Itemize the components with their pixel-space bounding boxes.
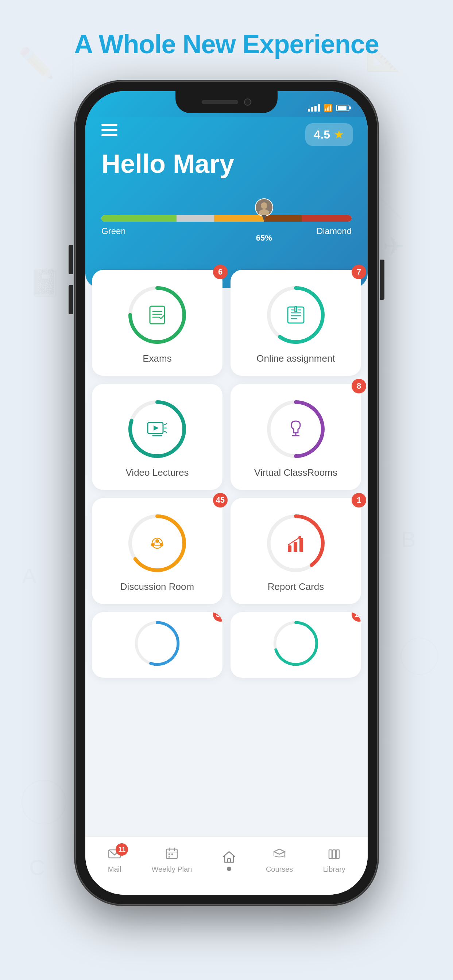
progress-bar: 65% — [101, 215, 352, 222]
nav-badge-mail: 11 — [116, 843, 128, 856]
hamburger-menu[interactable] — [101, 124, 118, 136]
wifi-icon: 📶 — [324, 103, 333, 112]
cards-grid: 6 Exams 7 — [92, 270, 361, 736]
card-circle-virtual-classrooms — [266, 400, 325, 458]
avatar — [255, 198, 273, 216]
home-dot — [227, 867, 231, 871]
star-icon: ★ — [334, 127, 344, 142]
card-label-online-assignment: Online assignment — [257, 353, 335, 364]
signal-icon — [308, 104, 320, 111]
svg-rect-67 — [171, 853, 173, 855]
nav-label-library: Library — [323, 865, 345, 873]
card-badge-discussion-room: 45 — [213, 493, 228, 508]
nav-icon-home — [222, 850, 236, 865]
nav-label-courses: Courses — [266, 865, 293, 873]
svg-point-9 — [22, 780, 65, 824]
card-circle-report-cards — [266, 514, 325, 573]
svg-text:📓: 📓 — [29, 268, 61, 298]
volume-down-button — [69, 285, 73, 314]
svg-rect-70 — [228, 859, 231, 862]
svg-text:C: C — [29, 855, 45, 880]
svg-rect-74 — [336, 850, 339, 859]
card-circle-exams — [128, 286, 187, 344]
svg-marker-69 — [223, 852, 234, 862]
card-badge-virtual-classrooms: 8 — [352, 379, 366, 393]
battery-icon — [336, 105, 349, 111]
card-virtual-classrooms[interactable]: 8 Virtual ClassRooms — [231, 384, 361, 490]
app-header: 4.5 ★ Hello Mary — [85, 91, 368, 288]
notch — [175, 91, 278, 113]
power-button — [380, 259, 384, 300]
svg-text:B: B — [401, 527, 416, 552]
card-label-report-cards: Report Cards — [268, 581, 324, 592]
svg-rect-68 — [169, 856, 170, 858]
progress-labels: Green Diamond — [101, 226, 352, 236]
nav-icon-weekly-plan — [165, 847, 179, 862]
progress-indicator — [255, 198, 273, 216]
volume-up-button — [69, 245, 73, 274]
svg-point-12 — [261, 202, 267, 209]
svg-text:A: A — [22, 564, 37, 588]
svg-text:✈: ✈ — [383, 232, 405, 261]
progress-section: 65% Green Diamond — [101, 215, 352, 236]
progress-fill — [101, 215, 352, 222]
nav-icon-library — [327, 847, 341, 862]
nav-label-weekly-plan: Weekly Plan — [152, 865, 192, 873]
svg-rect-73 — [333, 850, 335, 859]
rating-value: 4.5 — [314, 128, 330, 142]
card-discussion-room[interactable]: 45 Discussion Room — [92, 498, 222, 604]
rating-badge: 4.5 ★ — [305, 123, 353, 146]
speaker — [202, 100, 238, 104]
card-report-cards[interactable]: 1 Report Cards — [231, 498, 361, 604]
card-badge-card8: 13 — [352, 612, 361, 622]
bottom-nav: 11 Mail Weekly Plan — [85, 836, 368, 895]
phone-shell: 📶 4.5 ★ Hello Mary — [75, 81, 378, 905]
card-circle-video-lectures — [128, 400, 187, 458]
status-icons: 📶 — [308, 103, 349, 112]
card-card7[interactable]: 31 — [92, 612, 222, 678]
card-badge-online-assignment: 7 — [352, 265, 366, 279]
nav-icon-mail: 11 — [108, 847, 121, 862]
svg-text:✏️: ✏️ — [18, 46, 55, 80]
svg-rect-66 — [169, 853, 170, 855]
phone-screen: 📶 4.5 ★ Hello Mary — [85, 91, 368, 895]
progress-label-start: Green — [101, 226, 126, 236]
card-badge-card7: 31 — [213, 612, 222, 622]
nav-item-weekly-plan[interactable]: Weekly Plan — [152, 847, 192, 873]
nav-item-courses[interactable]: Courses — [266, 847, 293, 873]
card-badge-report-cards: 1 — [352, 493, 366, 508]
card-label-discussion-room: Discussion Room — [120, 581, 194, 592]
card-badge-exams: 6 — [213, 265, 228, 279]
card-label-virtual-classrooms: Virtual ClassRooms — [254, 467, 337, 478]
svg-rect-72 — [329, 850, 332, 859]
card-circle-discussion-room — [128, 514, 187, 573]
card-label-video-lectures: Video Lectures — [126, 467, 189, 478]
nav-item-mail[interactable]: 11 Mail — [108, 847, 121, 873]
card-video-lectures[interactable]: Video Lectures — [92, 384, 222, 490]
card-exams[interactable]: 6 Exams — [92, 270, 222, 376]
camera — [244, 99, 251, 106]
nav-item-home[interactable] — [222, 850, 236, 871]
nav-item-library[interactable]: Library — [323, 847, 345, 873]
card-label-exams: Exams — [143, 353, 171, 364]
card-card8[interactable]: 13 — [231, 612, 361, 678]
page-title: A Whole New Experience — [74, 29, 379, 59]
nav-icon-courses — [273, 847, 286, 862]
card-online-assignment[interactable]: 7 Online assignment — [231, 270, 361, 376]
nav-label-mail: Mail — [108, 865, 121, 873]
card-circle-online-assignment — [266, 286, 325, 344]
progress-percent: 65% — [256, 233, 272, 243]
greeting: Hello Mary — [101, 150, 234, 178]
progress-label-end: Diamond — [317, 226, 352, 236]
svg-point-10 — [401, 638, 438, 675]
